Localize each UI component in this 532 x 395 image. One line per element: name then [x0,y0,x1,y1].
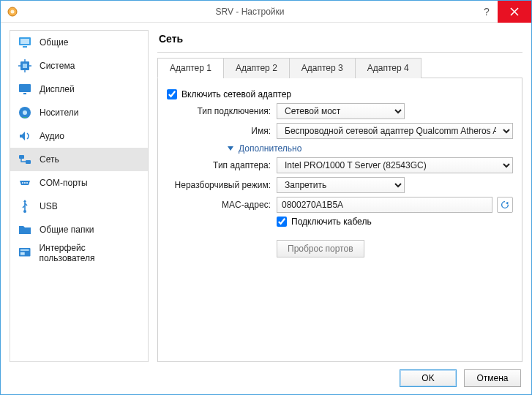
svg-marker-26 [506,202,509,205]
display-icon [18,82,32,97]
svg-marker-21 [23,200,26,202]
advanced-label: Дополнительно [239,143,301,154]
connection-type-select[interactable]: Сетевой мост [277,103,405,119]
sidebar-item-label: Интерфейс пользователя [39,243,141,263]
svg-point-20 [23,210,26,213]
connection-type-label: Тип подключения: [167,106,277,116]
sidebar-item-label: Сеть [40,154,59,165]
promiscuous-select[interactable]: Запретить [277,177,405,193]
monitor-icon [18,35,32,50]
adapter-name-select[interactable]: Беспроводной сетевой адаптер Qualcomm At… [277,123,513,139]
sidebar-item-label: Носители [40,108,78,118]
cable-checkbox[interactable] [277,217,287,227]
cancel-button[interactable]: Отмена [464,369,521,387]
panel-title: Сеть [157,30,522,52]
name-label: Имя: [167,126,277,136]
sidebar-item-network[interactable]: Сеть [10,148,148,171]
svg-marker-25 [228,146,233,151]
svg-rect-6 [23,64,27,68]
close-icon [510,7,519,16]
sidebar-item-label: USB [40,201,58,211]
sidebar-item-display[interactable]: Дисплей [10,78,148,101]
svg-rect-4 [23,46,27,48]
sidebar-item-label: Общие [40,37,68,48]
mac-refresh-button[interactable] [497,197,513,213]
svg-rect-11 [19,84,31,92]
ok-button[interactable]: OK [400,369,457,387]
divider [157,52,522,53]
promiscuous-label: Неразборчивый режим: [167,180,277,190]
disk-icon [18,105,32,120]
sidebar-item-label: Общие папки [40,225,94,235]
svg-rect-16 [26,160,31,164]
settings-window: SRV - Настройки ? Общие Система Дисплей … [0,0,532,395]
svg-point-18 [24,182,26,184]
sidebar-item-storage[interactable]: Носители [10,101,148,124]
tab-adapter-1[interactable]: Адаптер 1 [157,58,224,78]
svg-point-19 [26,182,28,184]
adapter-type-label: Тип адаптера: [167,160,277,170]
app-icon [7,6,18,18]
enable-adapter-checkbox[interactable] [167,89,177,99]
help-button[interactable]: ? [476,6,498,18]
sidebar-item-general[interactable]: Общие [10,31,148,54]
svg-rect-24 [20,252,25,255]
sidebar-item-label: Аудио [40,131,64,141]
sidebar-item-label: COM-порты [40,178,88,188]
speaker-icon [18,129,32,143]
chevron-down-icon [227,145,234,152]
mac-input[interactable] [277,197,492,213]
sidebar-item-ui[interactable]: Интерфейс пользователя [10,241,148,265]
mac-label: MAC-адрес: [167,200,277,210]
sidebar-item-audio[interactable]: Аудио [10,124,148,148]
sidebar-item-system[interactable]: Система [10,54,148,78]
refresh-icon [500,200,510,210]
sidebar-item-usb[interactable]: USB [10,195,148,218]
svg-rect-23 [20,249,29,251]
folder-icon [18,222,32,237]
chip-icon [18,59,32,73]
window-title: SRV - Настройки [24,7,476,17]
sidebar-item-serial[interactable]: COM-порты [10,171,148,195]
tab-adapter-3[interactable]: Адаптер 3 [289,58,356,78]
ui-icon [18,246,31,260]
serial-icon [18,176,32,190]
tab-adapter-4[interactable]: Адаптер 4 [355,58,422,78]
sidebar-item-label: Дисплей [40,84,75,94]
titlebar: SRV - Настройки ? [1,1,531,23]
svg-rect-15 [19,155,24,159]
usb-icon [18,199,32,214]
network-icon [18,152,32,167]
close-button[interactable] [498,1,531,23]
adapter-panel: Включить сетевой адаптер Тип подключения… [157,78,522,362]
advanced-toggle[interactable]: Дополнительно [227,143,513,154]
dialog-footer: OK Отмена [1,362,531,394]
port-forwarding-button[interactable]: Проброс портов [277,240,364,257]
svg-rect-12 [23,93,26,94]
svg-point-1 [11,10,15,13]
category-sidebar: Общие Система Дисплей Носители Аудио Сет [10,30,149,362]
sidebar-item-label: Система [40,61,75,71]
sidebar-item-shared[interactable]: Общие папки [10,218,148,241]
svg-rect-3 [20,39,29,44]
cable-label: Подключить кабель [291,217,372,227]
tab-adapter-2[interactable]: Адаптер 2 [223,58,290,78]
svg-point-14 [23,110,27,115]
adapter-type-select[interactable]: Intel PRO/1000 T Server (82543GC) [277,157,513,173]
adapter-tabs: Адаптер 1 Адаптер 2 Адаптер 3 Адаптер 4 [157,57,522,78]
svg-point-17 [22,182,23,184]
enable-adapter-label: Включить сетевой адаптер [181,89,291,99]
main-panel: Сеть Адаптер 1 Адаптер 2 Адаптер 3 Адапт… [157,30,522,362]
